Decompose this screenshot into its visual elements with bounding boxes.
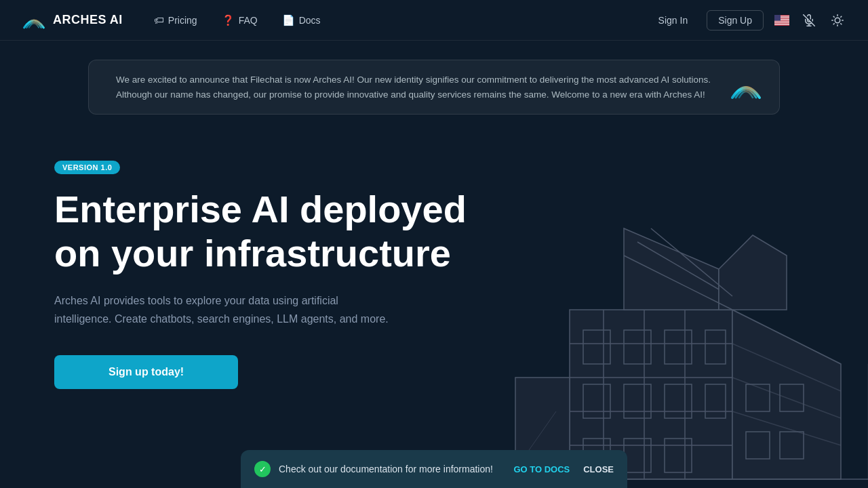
svg-marker-22	[624, 228, 719, 310]
svg-rect-29	[583, 384, 610, 418]
svg-rect-36	[746, 384, 770, 411]
svg-rect-27	[665, 330, 692, 364]
announcement-banner: We are excited to announce that Filechat…	[88, 60, 780, 115]
svg-rect-37	[780, 384, 804, 411]
nav-faq[interactable]: ❓ FAQ	[212, 10, 267, 30]
nav-pricing-label: Pricing	[168, 15, 197, 26]
svg-line-45	[624, 256, 732, 310]
version-badge: VERSION 1.0	[54, 161, 120, 174]
hero-description: Arches AI provides tools to explore your…	[54, 291, 393, 328]
go-to-docs-button[interactable]: GO TO DOCS	[513, 464, 570, 474]
theme-toggle-button[interactable]	[829, 12, 846, 29]
mute-button[interactable]	[800, 12, 818, 29]
svg-rect-28	[705, 330, 726, 364]
hero-title-line2: on your infrastructure	[54, 232, 451, 274]
svg-marker-21	[732, 310, 841, 479]
announcement-text: We are excited to announce that Filechat…	[116, 73, 725, 102]
hero-content: VERSION 1.0 Enterprise AI deployed on yo…	[54, 147, 467, 389]
svg-rect-34	[624, 439, 651, 472]
close-notification-button[interactable]: CLOSE	[583, 464, 614, 474]
faq-icon: ❓	[222, 14, 235, 26]
nav-pricing[interactable]: 🏷 Pricing	[144, 10, 207, 30]
building-illustration: .bline { stroke: #4a5568; stroke-width: …	[448, 174, 868, 488]
svg-rect-31	[665, 384, 692, 418]
language-flag[interactable]	[774, 15, 789, 26]
svg-line-54	[732, 411, 841, 445]
logo-icon	[22, 8, 46, 33]
notification-bar: ✓ Check out our documentation for more i…	[241, 450, 627, 488]
hero-title-line1: Enterprise AI deployed	[54, 188, 467, 230]
svg-line-44	[637, 242, 719, 289]
announcement-logo-icon	[729, 70, 763, 104]
nav-links: 🏷 Pricing ❓ FAQ 📄 Docs	[144, 10, 330, 30]
pricing-icon: 🏷	[154, 14, 164, 26]
signin-button[interactable]: Sign In	[650, 11, 696, 30]
svg-rect-5	[774, 22, 789, 23]
nav-docs[interactable]: 📄 Docs	[273, 10, 330, 30]
hero-section: VERSION 1.0 Enterprise AI deployed on yo…	[0, 134, 868, 389]
svg-line-19	[841, 16, 842, 17]
svg-rect-35	[665, 439, 692, 472]
svg-rect-25	[583, 330, 610, 364]
logo[interactable]: ARCHES AI	[22, 8, 123, 33]
svg-line-52	[732, 344, 841, 391]
svg-rect-39	[780, 432, 804, 459]
notification-check-icon: ✓	[254, 461, 271, 477]
svg-rect-7	[774, 15, 781, 21]
svg-line-18	[833, 23, 834, 24]
cta-signup-button[interactable]: Sign up today!	[54, 355, 238, 389]
docs-icon: 📄	[282, 14, 295, 26]
svg-line-51	[732, 310, 841, 364]
nav-docs-label: Docs	[299, 15, 321, 26]
svg-rect-32	[705, 384, 726, 418]
svg-rect-30	[624, 384, 651, 418]
navbar-right: Sign In Sign Up	[650, 10, 846, 30]
svg-rect-38	[746, 432, 770, 459]
hero-title: Enterprise AI deployed on your infrastru…	[54, 188, 467, 275]
svg-line-43	[651, 228, 732, 296]
svg-rect-26	[624, 330, 651, 364]
brand-name: ARCHES AI	[53, 13, 123, 27]
svg-point-11	[835, 18, 840, 23]
navbar-left: ARCHES AI 🏷 Pricing ❓ FAQ 📄 Docs	[22, 8, 330, 33]
navbar: ARCHES AI 🏷 Pricing ❓ FAQ 📄 Docs Sign In…	[0, 0, 868, 41]
svg-rect-6	[774, 24, 789, 24]
nav-faq-label: FAQ	[239, 15, 258, 26]
svg-line-14	[833, 16, 834, 17]
notification-text: Check out our documentation for more inf…	[279, 464, 505, 474]
svg-line-53	[732, 378, 841, 418]
svg-rect-4	[774, 20, 789, 21]
signup-button[interactable]: Sign Up	[707, 10, 764, 30]
svg-marker-23	[719, 235, 787, 310]
svg-line-15	[841, 23, 842, 24]
